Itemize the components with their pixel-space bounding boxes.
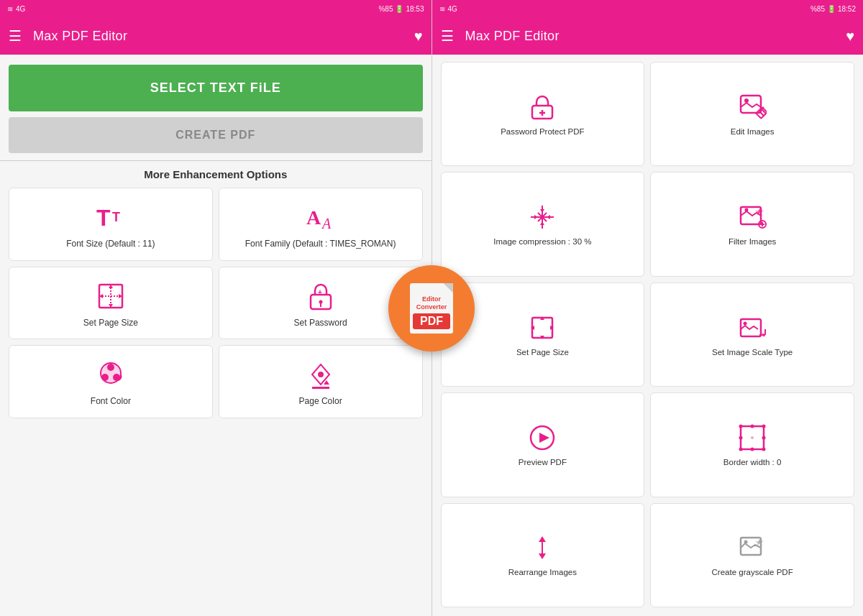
option-border-width[interactable]: Border width : 0 — [650, 392, 854, 497]
option-font-family[interactable]: A A Font Family (Default : TIMES_ROMAN) — [219, 188, 423, 261]
svg-marker-56 — [539, 433, 549, 443]
phones-container: ≋ 4G %85 🔋 18:53 ☰ Max PDF Editor ♥ SELE… — [0, 0, 863, 616]
heart-icon-right[interactable]: ♥ — [846, 28, 854, 45]
svg-point-58 — [739, 424, 743, 428]
font-size-label: Font Size (Default : 11) — [66, 239, 155, 250]
page-size-icon-left — [95, 280, 127, 312]
svg-point-41 — [745, 208, 749, 212]
font-family-label: Font Family (Default : TIMES_ROMAN) — [245, 239, 396, 250]
svg-point-62 — [751, 424, 754, 428]
font-color-icon — [95, 359, 127, 390]
status-right: %85 🔋 18:53 — [378, 5, 424, 13]
option-grayscale-pdf[interactable]: Create grayscale PDF — [650, 503, 854, 607]
option-password-protect[interactable]: Password Protect PDF — [441, 62, 645, 166]
option-font-size[interactable]: T T Font Size (Default : 11) — [9, 188, 213, 261]
hamburger-icon[interactable]: ☰ — [9, 27, 22, 45]
left-phone-content: SELECT TEXT FiLE CREATE PDF More Enhance… — [0, 55, 432, 616]
right-status-bar: ≋ 4G %85 🔋 18:52 — [432, 0, 864, 17]
svg-rect-40 — [741, 207, 761, 224]
left-app-title: Max PDF Editor — [33, 29, 414, 44]
set-page-size-label: Set Page Size — [83, 318, 138, 329]
right-signal-icon: 4G — [448, 5, 457, 13]
right-options-grid: Password Protect PDF Edit Images — [432, 55, 864, 616]
compress-icon — [528, 203, 557, 231]
edit-images-label: Edit Images — [731, 127, 775, 137]
right-phone: ≋ 4G %85 🔋 18:52 ☰ Max PDF Editor ♥ — [432, 0, 864, 616]
left-top-bar: ☰ Max PDF Editor ♥ — [0, 17, 432, 55]
image-compression-label: Image compression : 30 % — [493, 236, 591, 247]
logo-pdf-label: PDF — [413, 313, 450, 329]
svg-point-60 — [739, 447, 743, 451]
logo-converter-text: Converter — [416, 303, 447, 311]
signal-percent: %85 — [378, 5, 393, 13]
right-wifi-icon: ≋ — [439, 5, 445, 13]
svg-point-63 — [751, 447, 754, 451]
page-color-label: Page Color — [299, 396, 342, 408]
create-pdf-button[interactable]: CREATE PDF — [9, 117, 423, 153]
heart-icon-left[interactable]: ♥ — [414, 28, 423, 45]
divider — [0, 160, 432, 161]
option-edit-images[interactable]: Edit Images — [650, 62, 854, 166]
page-size-icon-right — [528, 313, 557, 342]
svg-point-66 — [751, 436, 754, 439]
option-font-color[interactable]: Font Color — [9, 345, 213, 418]
svg-marker-33 — [534, 215, 538, 219]
option-filter-images[interactable]: Filter Images — [650, 172, 854, 276]
pdf-doc-icon: Editor Converter PDF — [410, 283, 453, 334]
image-scale-icon — [738, 313, 767, 342]
lock-plus-icon — [528, 93, 557, 121]
left-status-bar: ≋ 4G %85 🔋 18:53 — [0, 0, 432, 17]
right-status-right: %85 🔋 18:52 — [811, 5, 856, 13]
option-preview-pdf[interactable]: Preview PDF — [441, 392, 645, 497]
center-logo: Editor Converter PDF — [388, 265, 475, 351]
right-app-title: Max PDF Editor — [465, 29, 846, 44]
svg-text:T: T — [112, 210, 120, 224]
password-protect-label: Password Protect PDF — [501, 127, 584, 137]
font-family-icon: A A — [305, 201, 337, 233]
set-password-label: Set Password — [294, 318, 347, 329]
svg-rect-21 — [312, 387, 329, 389]
svg-point-19 — [107, 364, 114, 371]
option-set-image-scale[interactable]: Set Image Scale Type — [650, 282, 854, 387]
wifi-icon: ≋ — [7, 5, 13, 13]
svg-point-51 — [744, 321, 747, 325]
options-grid: T T Font Size (Default : 11) A A Font Fa… — [0, 188, 432, 427]
border-width-label: Border width : 0 — [723, 457, 782, 468]
svg-point-59 — [762, 424, 766, 428]
rearrange-icon — [528, 533, 557, 562]
svg-point-72 — [744, 541, 748, 544]
option-rearrange-images[interactable]: Rearrange Images — [441, 503, 645, 607]
right-top-bar: ☰ Max PDF Editor ♥ — [432, 17, 864, 55]
filter-image-icon — [738, 203, 767, 231]
left-phone: ≋ 4G %85 🔋 18:53 ☰ Max PDF Editor ♥ SELE… — [0, 0, 432, 616]
svg-text:+: + — [318, 288, 322, 296]
svg-point-17 — [101, 374, 109, 381]
select-text-file-button[interactable]: SELECT TEXT FiLE — [9, 65, 423, 111]
rearrange-images-label: Rearrange Images — [508, 567, 577, 578]
svg-marker-31 — [540, 221, 544, 225]
grayscale-icon — [738, 533, 767, 562]
edit-image-icon — [738, 93, 767, 121]
right-battery-icon: 🔋 — [827, 5, 836, 13]
filter-images-label: Filter Images — [729, 236, 776, 247]
option-image-compression[interactable]: Image compression : 30 % — [441, 172, 645, 276]
svg-marker-35 — [547, 215, 550, 219]
font-color-label: Font Color — [91, 396, 131, 408]
signal-icon: 4G — [16, 5, 25, 13]
font-size-icon: T T — [95, 201, 127, 233]
time-left: 18:53 — [406, 5, 424, 13]
right-time: 18:52 — [838, 5, 856, 13]
svg-rect-45 — [532, 318, 552, 338]
right-hamburger-icon[interactable]: ☰ — [441, 27, 454, 45]
page-color-icon — [305, 359, 337, 390]
set-page-size-right-label: Set Page Size — [516, 347, 569, 358]
svg-point-26 — [744, 98, 749, 103]
right-status-left: ≋ 4G — [439, 5, 457, 13]
password-icon: + — [305, 280, 337, 312]
option-set-page-size[interactable]: Set Page Size — [9, 267, 213, 340]
svg-marker-67 — [539, 536, 546, 542]
logo-editor-text: Editor — [422, 295, 441, 303]
svg-point-20 — [318, 372, 324, 377]
svg-text:A: A — [321, 216, 332, 231]
option-page-color[interactable]: Page Color — [219, 345, 423, 418]
